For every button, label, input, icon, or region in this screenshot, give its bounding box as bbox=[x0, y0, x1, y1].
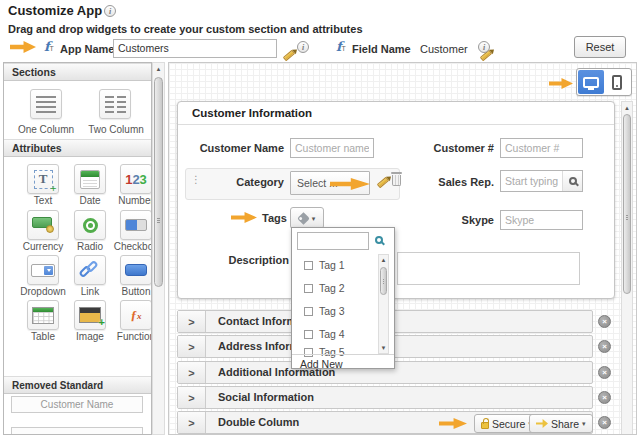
edit-app-name-pencil-icon[interactable] bbox=[283, 50, 295, 62]
section-title: Double Column bbox=[218, 412, 299, 433]
mobile-view-button[interactable] bbox=[604, 70, 630, 94]
customer-number-input[interactable] bbox=[501, 139, 582, 157]
app-name-info-icon[interactable]: i bbox=[297, 41, 309, 53]
scroll-up-icon[interactable]: ▲ bbox=[153, 66, 164, 72]
delete-category-trash-icon[interactable] bbox=[392, 175, 401, 186]
remove-section-close-icon[interactable]: × bbox=[598, 391, 611, 404]
reset-button[interactable]: Reset bbox=[574, 36, 626, 58]
tag-checkbox[interactable] bbox=[304, 348, 313, 357]
app-name-input[interactable] bbox=[113, 39, 277, 58]
chevron-right-icon: > bbox=[188, 316, 194, 328]
number-123-icon: 123 bbox=[120, 164, 152, 194]
tag-search-field bbox=[297, 232, 369, 250]
widget-dropdown-label: Dropdown bbox=[20, 287, 66, 297]
remove-section-close-icon[interactable]: × bbox=[598, 366, 611, 379]
tag-item-label: Tag 5 bbox=[319, 346, 345, 358]
page-title: Customize App bbox=[8, 3, 102, 18]
widget-checkbox[interactable]: Checkbox bbox=[116, 210, 152, 252]
customize-app-page: Customize App i Drag and drop widgets to… bbox=[0, 0, 640, 435]
device-toggle bbox=[576, 68, 632, 96]
scroll-down-icon[interactable]: ▼ bbox=[379, 345, 388, 351]
skype-input[interactable] bbox=[501, 211, 582, 229]
tags-dropdown-button[interactable]: ▾ bbox=[290, 207, 324, 229]
expand-chevron-button[interactable]: > bbox=[178, 336, 206, 357]
widget-text[interactable]: T+ Text bbox=[23, 164, 63, 206]
section-double-column[interactable]: > Double Column Secure ▾ Share ▾ bbox=[177, 411, 593, 434]
two-column-icon bbox=[99, 89, 131, 119]
app-name-field-wrap bbox=[113, 38, 277, 57]
widget-sidebar: Sections One Column Two Column Attribute… bbox=[3, 62, 152, 435]
widget-dropdown[interactable]: Dropdown bbox=[23, 255, 63, 297]
tag-search-input[interactable] bbox=[298, 233, 368, 249]
remove-section-close-icon[interactable]: × bbox=[598, 340, 611, 353]
info-icon[interactable]: i bbox=[104, 5, 116, 17]
currency-icon bbox=[27, 210, 59, 240]
widget-radio[interactable]: Radio bbox=[70, 210, 110, 252]
customer-name-input[interactable] bbox=[291, 139, 373, 157]
widget-function[interactable]: ƒx Function bbox=[116, 300, 152, 342]
tags-dropdown-panel: Tag 1 Tag 2 Tag 3 Tag 4 Tag 5 ▲ ▼ Add Ne… bbox=[291, 227, 395, 369]
expand-chevron-button[interactable]: > bbox=[178, 387, 206, 408]
add-new-tag-link[interactable]: Add New bbox=[300, 358, 343, 370]
page-subtitle: Drag and drop widgets to create your cus… bbox=[8, 23, 363, 35]
customer-number-label: Customer # bbox=[418, 142, 494, 154]
expand-chevron-button[interactable]: > bbox=[178, 412, 206, 433]
description-textarea[interactable] bbox=[397, 252, 580, 285]
removed-attribute-item[interactable] bbox=[11, 427, 143, 435]
widget-two-column[interactable] bbox=[95, 89, 135, 119]
tag-list-item[interactable]: Tag 3 bbox=[304, 305, 345, 317]
tag-list-item[interactable]: Tag 4 bbox=[304, 328, 345, 340]
expand-chevron-button[interactable]: > bbox=[178, 311, 206, 332]
expand-chevron-button[interactable]: > bbox=[178, 362, 206, 383]
rename-field-icon: fT bbox=[336, 41, 346, 52]
widget-table[interactable]: Table bbox=[23, 300, 63, 342]
tag-checkbox[interactable] bbox=[304, 330, 313, 339]
sales-rep-search-button[interactable] bbox=[562, 171, 582, 191]
tag-list-item[interactable]: Tag 5 bbox=[304, 346, 345, 358]
canvas-scrollbar-thumb[interactable] bbox=[623, 114, 631, 294]
field-name-info-icon[interactable]: i bbox=[478, 41, 490, 53]
tags-label: Tags bbox=[262, 212, 288, 224]
tag-list-scrollbar[interactable]: ▲ ▼ bbox=[378, 254, 389, 354]
widget-number[interactable]: 123 Number bbox=[116, 164, 152, 206]
widget-currency[interactable]: Currency bbox=[23, 210, 63, 252]
chevron-down-icon: ▾ bbox=[582, 420, 586, 427]
widget-link[interactable]: Link bbox=[70, 255, 110, 297]
widget-one-column[interactable] bbox=[26, 89, 66, 119]
dropdown-icon bbox=[27, 255, 59, 285]
function-fx-icon: ƒx bbox=[120, 300, 152, 330]
remove-section-close-icon[interactable]: × bbox=[598, 315, 611, 328]
customer-name-label: Customer Name bbox=[192, 142, 284, 154]
remove-section-close-icon[interactable]: × bbox=[598, 416, 611, 429]
field-name-value: Customer bbox=[420, 43, 468, 55]
tag-list-scrollbar-thumb[interactable] bbox=[380, 267, 387, 295]
widget-date[interactable]: Date bbox=[70, 164, 110, 206]
desktop-view-button[interactable] bbox=[578, 70, 604, 94]
removed-attribute-item[interactable]: Customer Name bbox=[11, 396, 143, 413]
chevron-right-icon: > bbox=[188, 417, 194, 429]
calendar-icon bbox=[74, 164, 106, 194]
tag-checkbox[interactable] bbox=[304, 284, 313, 293]
tag-list-item[interactable]: Tag 2 bbox=[304, 282, 345, 294]
widget-button[interactable]: Button bbox=[116, 255, 152, 297]
one-column-label: One Column bbox=[10, 125, 82, 135]
widget-image[interactable]: + Image bbox=[70, 300, 110, 342]
scroll-up-icon[interactable]: ▲ bbox=[379, 257, 388, 263]
tag-list-item[interactable]: Tag 1 bbox=[304, 259, 345, 271]
section-social-information[interactable]: > Social Information bbox=[177, 386, 593, 409]
share-button[interactable]: Share ▾ bbox=[529, 414, 593, 433]
tag-checkbox[interactable] bbox=[304, 307, 313, 316]
tag-search-icon[interactable] bbox=[375, 236, 383, 244]
sales-rep-input[interactable] bbox=[501, 171, 562, 191]
tag-item-label: Tag 1 bbox=[319, 259, 345, 271]
desktop-icon bbox=[583, 77, 599, 88]
scroll-up-icon[interactable]: ▲ bbox=[622, 105, 632, 111]
sidebar-scrollbar[interactable]: ▲ bbox=[152, 62, 165, 435]
tag-checkbox[interactable] bbox=[304, 261, 313, 270]
sidebar-scrollbar-thumb[interactable] bbox=[154, 77, 163, 287]
widget-link-label: Link bbox=[81, 287, 99, 297]
drag-grip-icon[interactable]: ⋮ bbox=[191, 175, 201, 185]
sales-rep-field bbox=[500, 170, 583, 192]
customer-name-field bbox=[290, 138, 374, 158]
canvas-scrollbar[interactable]: ▲ bbox=[621, 101, 633, 435]
